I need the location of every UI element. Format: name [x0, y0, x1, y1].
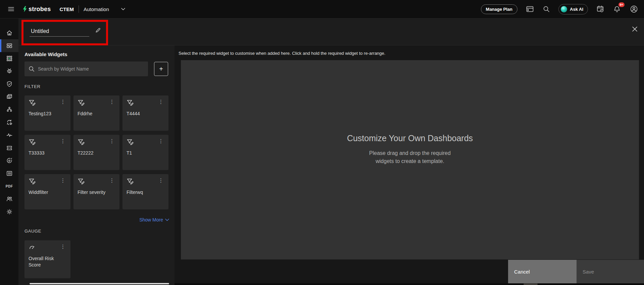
kebab-menu-icon[interactable]: ⋮ — [59, 138, 66, 144]
kebab-menu-icon[interactable]: ⋮ — [108, 138, 115, 144]
sidebar-item-dashboards[interactable] — [0, 39, 18, 52]
objective-target-icon — [6, 157, 13, 164]
kebab-menu-icon[interactable]: ⋮ — [59, 99, 66, 104]
drop-zone-subtitle: Please drag and drop the required widget… — [360, 149, 460, 165]
drop-zone-empty-state: Customize Your Own Dashboards Please dra… — [181, 60, 639, 165]
brand-name: strobes — [29, 6, 51, 13]
sidebar-item-automation[interactable] — [0, 116, 18, 129]
filter-edit-icon — [78, 138, 85, 146]
widget-card[interactable]: ⋮ T1 — [122, 135, 168, 170]
widget-card[interactable]: ⋮ Widdfilter — [24, 174, 70, 209]
sidebar-item-objectives[interactable] — [0, 154, 18, 167]
kebab-menu-icon[interactable]: ⋮ — [157, 99, 164, 104]
top-bar: strobes CTEM Automation Manage Plan Ask … — [0, 0, 644, 18]
filter-edit-icon — [29, 99, 36, 107]
widget-card[interactable]: ⋮ Fddrhe — [73, 95, 119, 131]
dashboard-builder-main: Select the required widget to customise … — [175, 45, 644, 285]
widget-card[interactable]: ⋮ Filterwq — [122, 174, 168, 209]
kebab-menu-icon[interactable]: ⋮ — [59, 178, 66, 183]
widget-card[interactable]: ⋮ T33333 — [24, 135, 70, 170]
notifications-bell-icon[interactable]: 9+ — [613, 5, 621, 13]
brand-bolt-icon — [22, 6, 27, 12]
widget-card[interactable]: ⋮ Filter severity — [73, 174, 119, 209]
topbar-divider — [79, 5, 79, 13]
builder-instruction-text: Select the required widget to customise … — [179, 51, 385, 56]
widget-search-input[interactable] — [38, 66, 144, 72]
widget-label: Filterwq — [127, 189, 164, 196]
sidebar-item-users[interactable] — [0, 193, 18, 205]
dashboard-icon — [6, 42, 13, 49]
widget-card[interactable]: ⋮ T22222 — [73, 135, 119, 170]
activity-pulse-icon — [6, 132, 13, 138]
filter-edit-icon — [29, 138, 36, 146]
filter-edit-icon — [78, 178, 85, 185]
sidebar-item-security[interactable] — [0, 78, 18, 90]
dashboard-title-input[interactable] — [30, 26, 89, 37]
sidebar-item-apps[interactable] — [0, 52, 18, 65]
hamburger-menu-icon[interactable] — [5, 3, 17, 15]
available-widgets-panel: Available Widgets + FILTER ⋮ Testing123 … — [18, 45, 175, 285]
filter-edit-icon — [127, 138, 134, 146]
sidebar-item-hierarchy[interactable] — [0, 103, 18, 116]
sidebar-item-vulnerabilities[interactable] — [0, 65, 18, 78]
shield-check-icon — [6, 81, 13, 87]
show-more-label: Show More — [139, 217, 163, 222]
cancel-button[interactable]: Cancel — [508, 260, 577, 283]
sidebar-item-tickets[interactable] — [0, 141, 18, 154]
kebab-menu-icon[interactable]: ⋮ — [108, 99, 115, 104]
save-button[interactable]: Save — [577, 260, 644, 283]
automation-sync-icon — [6, 119, 13, 126]
notification-badge: 9+ — [618, 2, 625, 7]
sidebar-item-assets[interactable] — [0, 90, 18, 103]
ask-ai-orb-icon — [561, 6, 567, 12]
widget-label: T4444 — [127, 111, 164, 117]
edit-pencil-icon[interactable] — [95, 27, 101, 33]
module-selector[interactable]: Automation — [84, 6, 109, 12]
widget-label: T33333 — [29, 150, 66, 156]
chevron-down-icon[interactable] — [120, 6, 127, 12]
widget-card[interactable]: ⋮ Overall Risk Score — [24, 240, 70, 278]
browser-window-icon[interactable] — [526, 5, 534, 13]
widget-card[interactable]: ⋮ T4444 — [122, 95, 168, 131]
sidebar-item-settings[interactable] — [0, 205, 18, 218]
sidebar-item-kanban[interactable] — [0, 167, 18, 180]
kebab-menu-icon[interactable]: ⋮ — [157, 178, 164, 183]
kebab-menu-icon[interactable]: ⋮ — [157, 138, 164, 144]
ticket-icon — [6, 145, 13, 151]
filter-edit-icon — [127, 99, 134, 107]
bug-icon — [6, 68, 13, 75]
widget-label: Widdfilter — [29, 189, 66, 196]
add-widget-button[interactable]: + — [154, 62, 168, 76]
pdf-report-icon: PDF — [6, 185, 13, 188]
chevron-down-icon — [165, 218, 169, 221]
close-icon[interactable] — [631, 25, 639, 33]
search-icon[interactable] — [542, 5, 550, 13]
widget-search-box — [24, 62, 148, 76]
sidebar-item-pdf[interactable]: PDF — [0, 180, 18, 193]
manage-plan-button[interactable]: Manage Plan — [481, 4, 517, 14]
widget-drop-zone[interactable]: Customize Your Own Dashboards Please dra… — [181, 60, 639, 259]
product-name: CTEM — [59, 6, 74, 12]
kebab-menu-icon[interactable]: ⋮ — [108, 178, 115, 183]
kebab-menu-icon[interactable]: ⋮ — [59, 244, 66, 249]
filter-edit-icon — [78, 99, 85, 107]
calendar-play-icon[interactable] — [596, 5, 605, 13]
section-label-gauge: GAUGE — [24, 229, 41, 234]
scrollbar-thumb[interactable] — [524, 284, 538, 285]
widget-label: T1 — [127, 150, 164, 156]
widget-card[interactable]: ⋮ Testing123 — [24, 95, 70, 131]
widget-label: Testing123 — [29, 111, 66, 117]
sidebar-item-activity[interactable] — [0, 129, 18, 141]
panel-horizontal-scrollbar[interactable] — [30, 283, 169, 284]
home-icon — [6, 30, 13, 36]
ask-ai-button[interactable]: Ask AI — [558, 4, 588, 14]
section-label-filter: FILTER — [24, 84, 40, 89]
search-icon — [29, 66, 35, 72]
profile-avatar-icon[interactable] — [629, 4, 639, 14]
sidebar-item-home[interactable] — [0, 27, 18, 39]
drop-zone-title: Customize Your Own Dashboards — [181, 133, 639, 143]
horizontal-scrollbar[interactable] — [175, 283, 644, 285]
show-more-link[interactable]: Show More — [139, 217, 169, 222]
settings-gear-icon — [6, 208, 13, 215]
kanban-board-icon — [6, 170, 13, 177]
